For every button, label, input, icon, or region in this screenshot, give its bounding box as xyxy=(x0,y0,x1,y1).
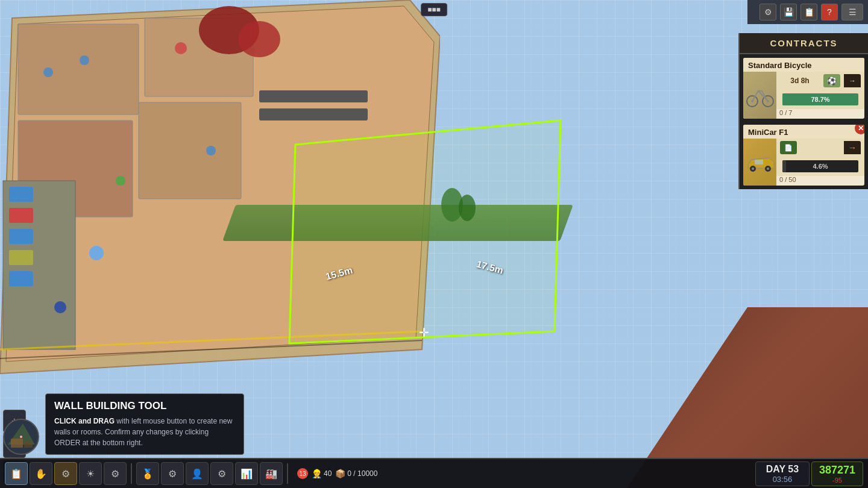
time-value: 03:56 xyxy=(773,475,793,484)
resources-count: 📦 0 / 10000 xyxy=(335,469,377,478)
toolbar-save-icon[interactable]: 💾 xyxy=(780,4,797,20)
money-value: 387271 xyxy=(819,464,855,477)
contract-bicycle-thumbnail xyxy=(743,72,776,119)
grass-terrain xyxy=(222,205,573,241)
contract-bicycle-icon-btn[interactable]: ⚽ xyxy=(823,74,840,87)
contract-minicar-progress-bar: 4.6% xyxy=(782,160,858,172)
bottom-icon-person[interactable]: 👤 xyxy=(186,462,209,485)
contract-minicar-count: 0 / 50 xyxy=(776,176,864,186)
mini-map-display xyxy=(5,421,37,453)
resources-icon: 📦 xyxy=(335,469,345,478)
svg-rect-41 xyxy=(24,442,33,448)
money-display: 387271 -95 xyxy=(811,461,863,486)
svg-rect-37 xyxy=(755,160,763,164)
bottom-icon-build[interactable]: ⚙ xyxy=(54,462,77,485)
contracts-title: CONTRACTS xyxy=(747,38,861,48)
day-panel: DAY 53 03:56 xyxy=(755,461,810,486)
contract-bicycle-progress-bar: 78.7% xyxy=(782,93,858,105)
contracts-header: CONTRACTS xyxy=(740,33,868,54)
toolbar-help-icon[interactable]: ? xyxy=(821,4,838,20)
contract-bicycle[interactable]: Standard Bicycle 3d 8h ⚽ → xyxy=(743,58,864,119)
wall-building-tooltip: WALL BUILDING TOOL CLICK and DRAG with l… xyxy=(45,393,244,455)
bottom-icon-factory[interactable]: 🏭 xyxy=(260,462,283,485)
separator-2 xyxy=(287,463,288,484)
bicycle-icon xyxy=(745,82,775,109)
minicar-icon xyxy=(745,149,775,176)
contract-minicar-thumbnail xyxy=(743,139,776,186)
bottom-icon-hand[interactable]: ✋ xyxy=(30,462,52,485)
contract-minicar-progress-text: 4.6% xyxy=(813,163,828,170)
workers-count: 👷 40 xyxy=(312,469,332,478)
contract-bicycle-name: Standard Bicycle xyxy=(743,58,864,72)
contracts-panel: CONTRACTS Standard Bicycle 3d 8h ⚽ → xyxy=(738,33,868,189)
notification-badge: 13 xyxy=(297,468,308,479)
contract-minicar-name: MiniCar F1 xyxy=(743,125,864,139)
separator-1 xyxy=(131,463,132,484)
tooltip-bold: CLICK and DRAG xyxy=(54,417,115,425)
tooltip-title: WALL BUILDING TOOL xyxy=(54,400,235,412)
tooltip-body: CLICK and DRAG with left mouse button to… xyxy=(54,416,235,448)
bottom-resources: 13 👷 40 📦 0 / 10000 xyxy=(297,468,377,479)
workers-icon: 👷 xyxy=(312,469,322,478)
contract-bicycle-count: 0 / 7 xyxy=(776,109,864,119)
battery-label: ■■■ xyxy=(427,5,441,14)
bottom-icon-gear[interactable]: ⚙ xyxy=(104,462,127,485)
bottom-icon-settings[interactable]: ⚙ xyxy=(210,462,233,485)
contract-minicar[interactable]: ✕ MiniCar F1 📄 → xyxy=(743,125,864,186)
bottom-icon-clipboard[interactable]: 📋 xyxy=(5,462,28,485)
toolbar-list-icon[interactable]: 📋 xyxy=(800,4,817,20)
svg-point-36 xyxy=(767,167,769,170)
contract-minicar-time-row: 📄 → xyxy=(776,139,864,157)
notification-count: 13 xyxy=(297,468,308,479)
toolbar-settings-icon[interactable]: ⚙ xyxy=(760,4,776,20)
money-change: -95 xyxy=(832,477,842,484)
bottom-icon-medal[interactable]: 🏅 xyxy=(136,462,159,485)
bottom-icon-cog[interactable]: ⚙ xyxy=(161,462,184,485)
svg-point-31 xyxy=(751,100,753,102)
contract-minicar-doc-icon[interactable]: 📄 xyxy=(780,141,797,154)
svg-point-35 xyxy=(752,167,754,170)
workers-value: 40 xyxy=(324,469,332,478)
money-change-value: -95 xyxy=(832,477,842,484)
top-resource-bar: ■■■ xyxy=(421,3,447,16)
bottom-toolbar: 📋 ✋ ⚙ ☀ ⚙ 🏅 ⚙ 👤 ⚙ 📊 🏭 13 👷 40 📦 0 / 1000… xyxy=(0,458,868,488)
bottom-icon-sun[interactable]: ☀ xyxy=(79,462,102,485)
top-toolbar: ⚙ 💾 📋 ? ☰ xyxy=(747,0,868,24)
mini-map[interactable] xyxy=(3,419,39,455)
contract-bicycle-arrow[interactable]: → xyxy=(844,74,861,87)
contract-bicycle-time: 3d 8h xyxy=(780,77,820,85)
svg-point-42 xyxy=(20,436,22,438)
svg-point-32 xyxy=(767,100,769,102)
toolbar-menu-icon[interactable]: ☰ xyxy=(841,4,863,20)
contract-bicycle-progress-text: 78.7% xyxy=(811,96,829,103)
day-value: DAY 53 xyxy=(766,464,799,475)
contract-bicycle-time-row: 3d 8h ⚽ → xyxy=(776,72,864,90)
svg-rect-40 xyxy=(11,439,23,448)
contract-minicar-arrow[interactable]: → xyxy=(844,141,861,154)
bottom-icon-chart[interactable]: 📊 xyxy=(235,462,258,485)
resources-value: 0 / 10000 xyxy=(347,469,377,478)
